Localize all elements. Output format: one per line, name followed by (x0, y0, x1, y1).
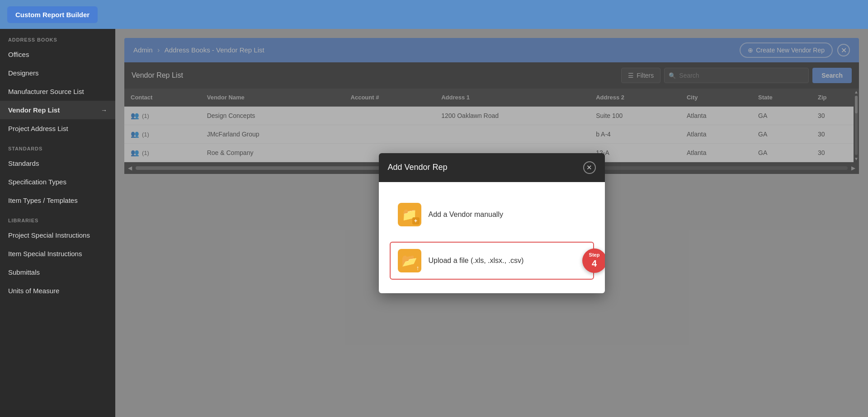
sidebar-section-label: LIBRARIES (0, 210, 115, 226)
upload-icon-wrap: 📂 ↑ (398, 249, 421, 272)
sidebar-item-label: Project Special Instructions (8, 231, 90, 239)
upload-option-wrapper: 📂 ↑ Upload a file (.xls, .xlsx., .csv) S… (390, 242, 594, 280)
modal-overlay[interactable]: Add Vendor Rep ✕ 📁 + Add a Vendor manual… (115, 29, 868, 417)
sidebar-item-label: Offices (8, 51, 29, 58)
sidebar-item-label: Units of Measure (8, 287, 59, 295)
sidebar-item-project-special-instructions[interactable]: Project Special Instructions (0, 226, 115, 244)
sidebar-item-label: Specification Types (8, 178, 66, 186)
sidebar-item-designers[interactable]: Designers (0, 64, 115, 82)
custom-report-button[interactable]: Custom Report Builder (7, 6, 98, 23)
content-area: Admin › Address Books - Vendor Rep List … (115, 29, 868, 417)
sidebar-item-manufacturer-source-list[interactable]: Manufacturer Source List (0, 82, 115, 101)
step-label: Step (589, 252, 600, 258)
sidebar-item-standards[interactable]: Standards (0, 154, 115, 173)
modal-header: Add Vendor Rep ✕ (379, 153, 605, 182)
sidebar-item-label: Item Special Instructions (8, 250, 82, 258)
sidebar-arrow-icon: → (101, 107, 107, 114)
step-number: 4 (592, 258, 597, 269)
sidebar: (function() { const data = JSON.parse(do… (0, 29, 115, 417)
add-manually-label: Add a Vendor manually (429, 211, 503, 219)
sidebar-section-label: STANDARDS (0, 138, 115, 154)
sidebar-item-specification-types[interactable]: Specification Types (0, 173, 115, 191)
add-vendor-rep-modal: Add Vendor Rep ✕ 📁 + Add a Vendor manual… (379, 153, 605, 293)
modal-title: Add Vendor Rep (388, 163, 448, 172)
upload-folder-icon: 📂 (401, 253, 417, 268)
main-layout: (function() { const data = JSON.parse(do… (0, 29, 868, 417)
sidebar-item-submittals[interactable]: Submittals (0, 263, 115, 281)
sidebar-item-units-of-measure[interactable]: Units of Measure (0, 281, 115, 300)
modal-close-button[interactable]: ✕ (583, 161, 596, 174)
upload-file-label: Upload a file (.xls, .xlsx., .csv) (429, 257, 524, 265)
upload-arrow-icon: ↑ (416, 264, 420, 272)
add-manually-icon-wrap: 📁 + (398, 203, 421, 226)
step-badge: Step 4 (582, 248, 605, 273)
upload-file-option[interactable]: 📂 ↑ Upload a file (.xls, .xlsx., .csv) (390, 242, 594, 280)
sidebar-section-label: ADDRESS BOOKS (0, 29, 115, 45)
plus-icon: + (412, 217, 420, 225)
sidebar-item-project-address-list[interactable]: Project Address List (0, 119, 115, 138)
modal-body: 📁 + Add a Vendor manually 📂 ↑ Upload (379, 182, 605, 293)
sidebar-item-label: Designers (8, 69, 39, 77)
sidebar-item-label: Submittals (8, 268, 40, 276)
sidebar-item-item-types-templates[interactable]: Item Types / Templates (0, 191, 115, 210)
sidebar-item-offices[interactable]: Offices (0, 45, 115, 64)
sidebar-item-label: Standards (8, 159, 39, 167)
sidebar-item-item-special-instructions[interactable]: Item Special Instructions (0, 244, 115, 263)
sidebar-item-label: Manufacturer Source List (8, 88, 84, 95)
sidebar-item-label: Vendor Rep List (8, 106, 60, 114)
top-bar: Custom Report Builder (0, 0, 868, 29)
sidebar-item-label: Item Types / Templates (8, 197, 78, 204)
sidebar-item-label: Project Address List (8, 125, 68, 132)
sidebar-item-vendor-rep-list[interactable]: Vendor Rep List→ (0, 101, 115, 119)
add-manually-option[interactable]: 📁 + Add a Vendor manually (390, 196, 594, 234)
